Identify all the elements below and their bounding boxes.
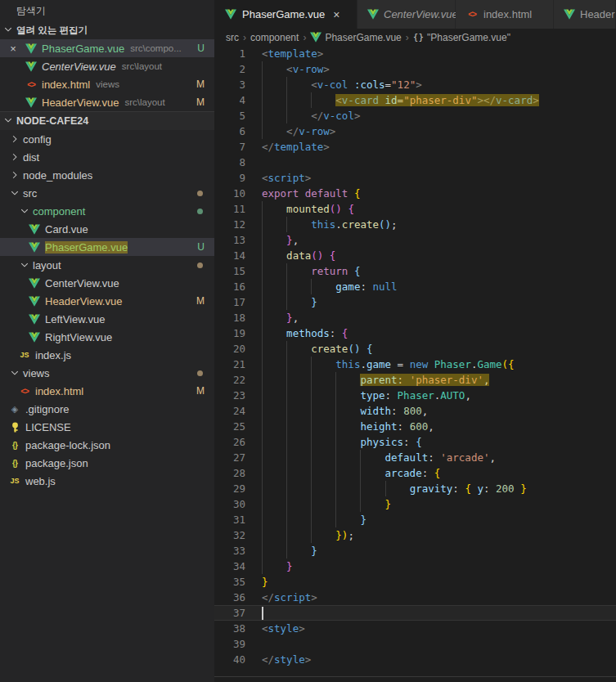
- code-line-17[interactable]: 17 }: [214, 294, 616, 310]
- tree-file-leftview-vue[interactable]: LeftView.vue: [0, 310, 214, 328]
- code-line-35[interactable]: 35}: [214, 574, 616, 590]
- code-line-15[interactable]: 15 return {: [214, 263, 616, 279]
- code-line-39[interactable]: 39: [214, 636, 616, 652]
- line-number: 10: [214, 186, 245, 201]
- code-line-19[interactable]: 19 methods: {: [214, 325, 616, 341]
- code-line-22[interactable]: 22 parent: 'phaser-div',: [214, 372, 616, 388]
- code-line-11[interactable]: 11 mounted() {: [214, 201, 616, 217]
- code-line-33[interactable]: 33 }: [214, 543, 616, 559]
- code-line-9[interactable]: 9<script>: [214, 170, 616, 186]
- tree-file-headerview-vue[interactable]: HeaderView.vueM: [0, 292, 214, 310]
- explorer-sidebar: 탐색기 열려 있는 편집기 ×PhaserGame.vuesrc\compo..…: [0, 0, 214, 682]
- code-token: {: [434, 467, 441, 479]
- code-token: Phaser: [398, 389, 434, 402]
- tree-folder-src[interactable]: src: [0, 184, 214, 202]
- open-editor-item[interactable]: HeaderView.vuesrc\layoutM: [0, 93, 214, 111]
- code-line-4[interactable]: 4 <v-card id="phaser-div"></v-card>: [214, 92, 616, 108]
- tree-file-package-lock-json[interactable]: {}package-lock.json: [0, 436, 214, 454]
- tree-folder-component[interactable]: component: [0, 202, 214, 220]
- tree-folder-layout[interactable]: layout: [0, 256, 214, 274]
- code-line-25[interactable]: 25 height: 600,: [214, 419, 616, 434]
- tree-folder-node-modules[interactable]: node_modules: [0, 166, 214, 184]
- html-file-icon: <>: [25, 78, 38, 91]
- code-token: .: [335, 218, 342, 231]
- code-line-30[interactable]: 30 }: [214, 496, 616, 512]
- code-line-16[interactable]: 16 game: null: [214, 279, 616, 294]
- code-line-32[interactable]: 32 });: [214, 527, 616, 543]
- workspace-root-header[interactable]: NODE-CAFE24: [0, 111, 214, 130]
- code-line-14[interactable]: 14 data() {: [214, 248, 616, 263]
- code-token: .: [360, 358, 366, 370]
- tree-file-centerview-vue[interactable]: CenterView.vue: [0, 274, 214, 292]
- breadcrumb-item[interactable]: "PhaserGame.vue": [427, 32, 510, 43]
- tree-file-phasergame-vue[interactable]: PhaserGame.vueU: [0, 238, 214, 256]
- code-line-27[interactable]: 27 default: 'arcade',: [214, 450, 616, 465]
- tree-file-package-json[interactable]: {}package.json: [0, 454, 214, 472]
- code-line-8[interactable]: 8: [214, 155, 616, 170]
- code-line-10[interactable]: 10export default {: [214, 186, 616, 201]
- tab-centerview-vue[interactable]: CenterView.vue: [357, 0, 456, 29]
- indent-guide: [286, 388, 287, 403]
- close-icon[interactable]: ×: [7, 43, 20, 55]
- code-line-12[interactable]: 12 this.create();: [214, 217, 616, 232]
- code-token: [262, 63, 286, 75]
- tree-file-index-html[interactable]: <>index.htmlM: [0, 382, 214, 400]
- tab-index-html[interactable]: <>index.html: [456, 0, 554, 29]
- code-line-2[interactable]: 2 <v-row>: [214, 61, 616, 77]
- code-line-7[interactable]: 7</template>: [214, 139, 616, 155]
- open-editor-item[interactable]: ×PhaserGame.vuesrc\compo...U: [0, 39, 214, 57]
- code-line-38[interactable]: 38<style>: [214, 621, 616, 636]
- indent-guide: [311, 527, 312, 543]
- tree-file-index-js[interactable]: JSindex.js: [0, 346, 214, 364]
- code-line-28[interactable]: 28 arcade: {: [214, 465, 616, 481]
- tab-phasergame-vue[interactable]: PhaserGame.vue×: [214, 0, 357, 29]
- code-token: =: [385, 79, 392, 91]
- code-line-5[interactable]: 5 </v-col>: [214, 108, 616, 123]
- tree-file--gitignore[interactable]: ◈.gitignore: [0, 400, 214, 418]
- close-icon[interactable]: ×: [333, 8, 339, 21]
- indent-guide: [286, 108, 287, 123]
- code-token: </: [262, 653, 274, 666]
- highlighted-code-token: <: [335, 94, 342, 106]
- tree-file-card-vue[interactable]: Card.vue: [0, 220, 214, 238]
- tree-folder-views[interactable]: views: [0, 364, 214, 382]
- breadcrumb-item[interactable]: component: [250, 32, 299, 43]
- code-line-26[interactable]: 26 physics: {: [214, 434, 616, 450]
- code-token: [262, 529, 335, 541]
- code-token: create: [311, 343, 348, 355]
- line-number: 38: [214, 621, 245, 636]
- code-editor[interactable]: 1<template>2 <v-row>3 <v-col :cols="12">…: [214, 46, 616, 682]
- tree-folder-config[interactable]: config: [0, 130, 214, 148]
- code-line-40[interactable]: 40</style>: [214, 652, 616, 667]
- tree-file-web-js[interactable]: JSweb.js: [0, 472, 214, 490]
- code-line-36[interactable]: 36</script>: [214, 590, 616, 605]
- open-editors-header[interactable]: 열려 있는 편집기: [0, 21, 214, 39]
- code-line-23[interactable]: 23 type: Phaser.AUTO,: [214, 388, 616, 403]
- code-line-20[interactable]: 20 create() {: [214, 341, 616, 357]
- code-line-29[interactable]: 29 gravity: { y: 200 }: [214, 481, 616, 496]
- code-token: ,: [293, 234, 299, 246]
- breadcrumb-item[interactable]: src: [226, 32, 239, 43]
- code-line-6[interactable]: 6 </v-row>: [214, 123, 616, 139]
- breadcrumb-item[interactable]: PhaserGame.vue: [325, 32, 401, 43]
- tree-file-rightview-vue[interactable]: RightView.vue: [0, 328, 214, 346]
- open-editor-item[interactable]: CenterView.vuesrc\layout: [0, 57, 214, 75]
- code-line-34[interactable]: 34 }: [214, 559, 616, 574]
- code-line-24[interactable]: 24 width: 800,: [214, 403, 616, 419]
- file-tree: configdistnode_modulessrccomponentCard.v…: [0, 130, 214, 490]
- code-line-3[interactable]: 3 <v-col :cols="12">: [214, 77, 616, 92]
- tab-header[interactable]: Header: [554, 0, 616, 29]
- line-number: 36: [214, 590, 245, 605]
- breadcrumb[interactable]: src›component›PhaserGame.vue›{}"PhaserGa…: [214, 29, 616, 46]
- code-line-1[interactable]: 1<template>: [214, 46, 616, 61]
- code-line-13[interactable]: 13 },: [214, 232, 616, 248]
- code-token: Game: [477, 358, 501, 370]
- code-line-31[interactable]: 31 }: [214, 512, 616, 527]
- code-line-21[interactable]: 21 this.game = new Phaser.Game({: [214, 357, 616, 372]
- tree-folder-dist[interactable]: dist: [0, 148, 214, 166]
- code-line-37[interactable]: 37: [214, 605, 616, 621]
- code-token: v-col: [323, 110, 354, 122]
- tree-file-license[interactable]: LICENSE: [0, 418, 214, 436]
- open-editor-item[interactable]: <>index.htmlviewsM: [0, 75, 214, 93]
- code-line-18[interactable]: 18 },: [214, 310, 616, 325]
